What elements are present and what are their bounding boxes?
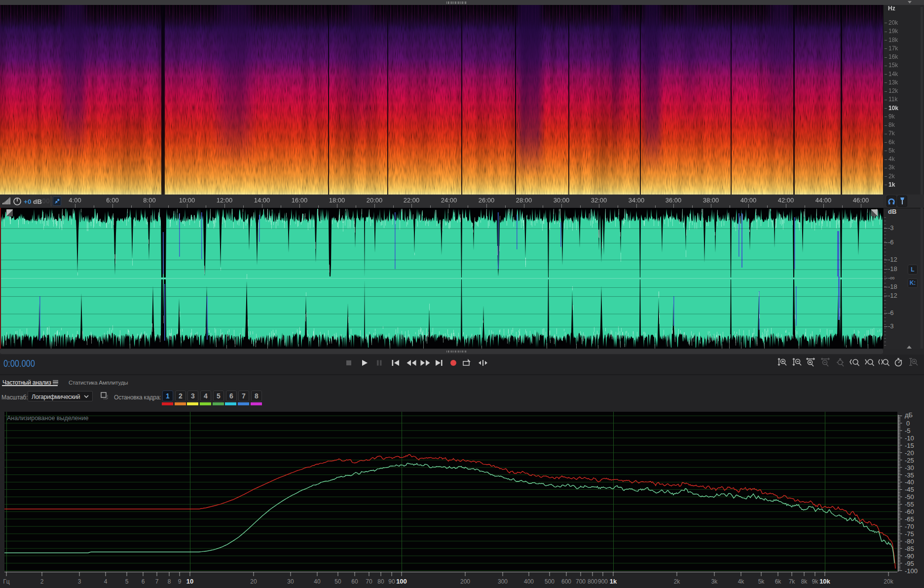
svg-text:2: 2 xyxy=(40,578,44,585)
svg-text:-20: -20 xyxy=(905,449,914,457)
svg-text:600: 600 xyxy=(561,578,571,585)
svg-text:3k: 3k xyxy=(711,578,718,585)
svg-text:-60: -60 xyxy=(905,508,914,515)
svg-text:-40: -40 xyxy=(905,478,914,486)
svg-text:8k: 8k xyxy=(801,578,808,585)
svg-text:60: 60 xyxy=(351,578,358,585)
svg-text:70: 70 xyxy=(366,578,372,585)
svg-text:3: 3 xyxy=(78,578,81,585)
svg-text:100: 100 xyxy=(396,578,407,585)
svg-text:40: 40 xyxy=(314,578,321,585)
svg-text:300: 300 xyxy=(498,578,508,585)
svg-text:-90: -90 xyxy=(905,552,914,560)
svg-text:2k: 2k xyxy=(674,578,681,585)
svg-text:-70: -70 xyxy=(905,523,914,530)
svg-text:10k: 10k xyxy=(819,578,830,585)
svg-text:9k: 9k xyxy=(812,578,819,585)
svg-text:-75: -75 xyxy=(905,530,914,538)
svg-text:0: 0 xyxy=(906,420,910,427)
svg-text:400: 400 xyxy=(524,578,534,585)
svg-text:-80: -80 xyxy=(905,538,914,545)
svg-text:200: 200 xyxy=(460,578,470,585)
svg-text:9: 9 xyxy=(178,578,182,585)
svg-text:6: 6 xyxy=(142,578,145,585)
svg-text:-10: -10 xyxy=(905,434,914,442)
svg-text:5k: 5k xyxy=(758,578,765,585)
svg-text:700: 700 xyxy=(576,578,586,585)
svg-text:4k: 4k xyxy=(738,578,745,585)
svg-text:7: 7 xyxy=(155,578,159,585)
svg-text:-95: -95 xyxy=(905,560,914,567)
svg-text:-30: -30 xyxy=(905,464,914,471)
svg-text:-25: -25 xyxy=(905,457,914,464)
svg-text:Гц: Гц xyxy=(3,578,9,585)
svg-text:900: 900 xyxy=(598,578,608,585)
svg-text:4: 4 xyxy=(104,578,108,585)
svg-text:-100: -100 xyxy=(905,567,918,575)
svg-text:6k: 6k xyxy=(775,578,782,585)
svg-text:дБ: дБ xyxy=(905,411,913,419)
svg-text:Анализированое выделение: Анализированое выделение xyxy=(7,415,88,422)
svg-text:-50: -50 xyxy=(905,493,914,501)
svg-text:-65: -65 xyxy=(905,515,914,523)
svg-text:80: 80 xyxy=(377,578,384,585)
svg-text:8: 8 xyxy=(168,578,171,585)
svg-text:90: 90 xyxy=(388,578,395,585)
svg-text:20: 20 xyxy=(250,578,257,585)
svg-text:-55: -55 xyxy=(905,501,914,508)
svg-text:-45: -45 xyxy=(905,486,914,493)
svg-text:500: 500 xyxy=(545,578,554,585)
svg-text:-35: -35 xyxy=(905,471,914,479)
svg-text:1k: 1k xyxy=(610,578,617,585)
svg-text:800: 800 xyxy=(588,578,597,585)
svg-text:10: 10 xyxy=(186,578,193,585)
svg-text:-85: -85 xyxy=(905,545,914,552)
svg-text:5: 5 xyxy=(125,578,129,585)
svg-text:-5: -5 xyxy=(905,427,911,434)
svg-text:-15: -15 xyxy=(905,442,914,449)
svg-text:30: 30 xyxy=(287,578,294,585)
svg-text:20k: 20k xyxy=(884,578,893,585)
svg-text:50: 50 xyxy=(334,578,341,585)
svg-text:7k: 7k xyxy=(789,578,796,585)
